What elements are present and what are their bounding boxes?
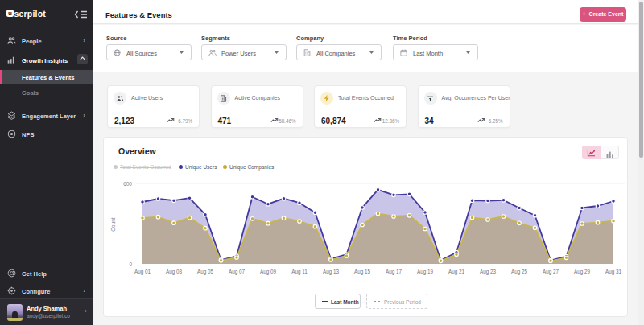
svg-text:Aug 09: Aug 09 xyxy=(260,269,276,275)
svg-text:Aug 01: Aug 01 xyxy=(134,269,151,275)
svg-text:Aug 07: Aug 07 xyxy=(229,269,245,275)
svg-text:Aug 15: Aug 15 xyxy=(354,269,370,275)
svg-text:Aug 23: Aug 23 xyxy=(480,269,496,275)
svg-text:Aug 27: Aug 27 xyxy=(543,269,559,275)
svg-text:Aug 13: Aug 13 xyxy=(323,269,339,275)
svg-text:Aug 05: Aug 05 xyxy=(197,269,213,275)
svg-text:Aug 03: Aug 03 xyxy=(166,269,182,275)
svg-text:600: 600 xyxy=(123,181,132,187)
svg-text:Aug 19: Aug 19 xyxy=(417,269,433,275)
svg-text:Aug 31: Aug 31 xyxy=(605,269,621,275)
svg-text:Count: Count xyxy=(110,217,116,232)
svg-text:Aug 11: Aug 11 xyxy=(291,269,308,275)
svg-text:Aug 29: Aug 29 xyxy=(574,269,590,275)
svg-text:Aug 25: Aug 25 xyxy=(511,269,527,275)
svg-text:Aug 21: Aug 21 xyxy=(448,269,464,275)
svg-text:Aug 17: Aug 17 xyxy=(386,269,402,275)
svg-text:0: 0 xyxy=(129,261,132,267)
